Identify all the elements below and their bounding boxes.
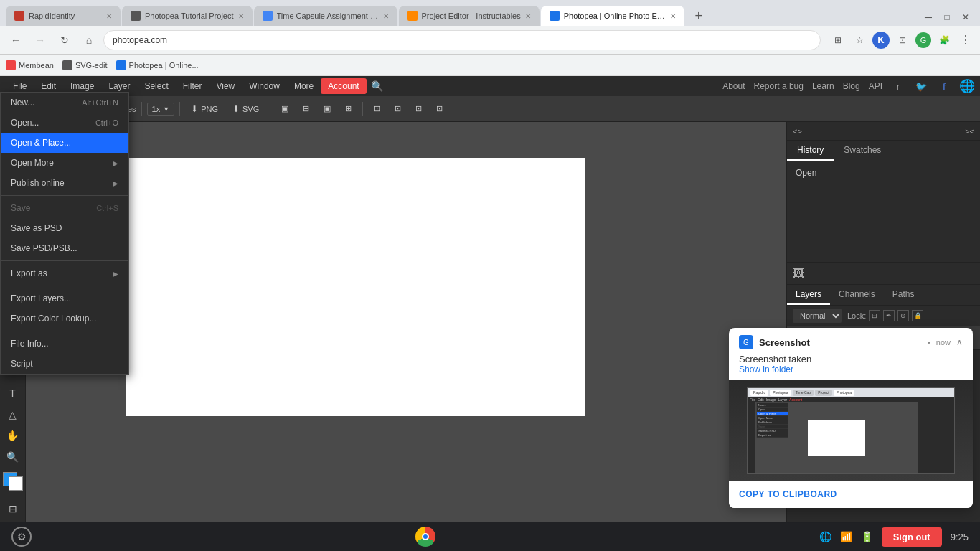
cast-icon[interactable]: ⊡: [894, 32, 911, 49]
tab-close-tutorial[interactable]: ✕: [238, 12, 244, 20]
bookmark-star-icon[interactable]: ☆: [851, 32, 868, 49]
frame-icon3[interactable]: ⊡: [410, 102, 428, 116]
nav-home[interactable]: ⌂: [79, 30, 99, 50]
menu-about[interactable]: About: [722, 81, 745, 91]
tab-close-photopea[interactable]: ✕: [670, 12, 676, 20]
align-right-icon[interactable]: ▣: [318, 102, 336, 116]
window-minimize[interactable]: ─: [920, 9, 937, 26]
menu-item-export-layers[interactable]: Export Layers...: [1, 288, 128, 309]
tool-hand[interactable]: ✋: [3, 426, 23, 445]
export-png-button[interactable]: ⬇ PNG: [185, 102, 224, 116]
menu-item-save[interactable]: Save Ctrl+S: [1, 198, 128, 218]
align-left-icon[interactable]: ▣: [275, 102, 294, 116]
search-icon[interactable]: 🔍: [371, 80, 383, 92]
collapse-left[interactable]: <>: [793, 127, 802, 136]
menu-report-bug[interactable]: Report a bug: [754, 81, 804, 91]
frame-icon2[interactable]: ⊡: [389, 102, 407, 116]
align-center-icon[interactable]: ⊟: [297, 102, 315, 116]
blend-mode-select[interactable]: Normal: [793, 309, 842, 323]
frame-icon1[interactable]: ⊡: [368, 102, 386, 116]
tab-close-editor[interactable]: ✕: [525, 12, 531, 20]
tab-channels[interactable]: Channels: [830, 285, 884, 305]
profile-icon[interactable]: G: [915, 32, 931, 48]
avatar-k-icon[interactable]: K: [872, 32, 890, 49]
nav-back[interactable]: ←: [6, 30, 26, 50]
color-swatches[interactable]: [3, 472, 23, 491]
tab-close-capsule[interactable]: ✕: [383, 12, 389, 20]
address-bar[interactable]: photopea.com: [103, 30, 821, 50]
menu-item-publish-online[interactable]: Publish online ▶: [1, 173, 128, 193]
twitter-icon[interactable]: 🐦: [914, 79, 928, 93]
menu-item-export-color[interactable]: Export Color Lookup...: [1, 309, 128, 329]
tab-photopea-active[interactable]: Photopea | Online Photo Editor ✕: [541, 6, 684, 26]
menu-item-export-as[interactable]: Export as ▶: [1, 263, 128, 283]
reddit-icon[interactable]: r: [891, 79, 905, 93]
lock-icon-2[interactable]: ✒: [883, 310, 895, 321]
canvas-area[interactable]: [26, 122, 786, 522]
distribute-icon[interactable]: ⊞: [339, 102, 357, 116]
tab-photopea-tutorial[interactable]: Photopea Tutorial Project ✕: [122, 6, 253, 26]
menu-item-save-psb[interactable]: Save PSD/PSB...: [1, 238, 128, 258]
menu-more[interactable]: More: [287, 78, 321, 94]
tab-history[interactable]: History: [787, 141, 834, 161]
copy-to-clipboard-button[interactable]: COPY TO CLIPBOARD: [729, 481, 973, 508]
tool-text[interactable]: T: [3, 384, 23, 402]
dropdown-sep-1: [1, 195, 128, 196]
new-tab-button[interactable]: +: [689, 6, 709, 26]
settings-circle-icon[interactable]: ⚙: [11, 527, 32, 547]
battery-icon[interactable]: 🔋: [861, 531, 873, 542]
language-icon[interactable]: 🌐: [960, 79, 974, 93]
history-item-open[interactable]: Open: [793, 166, 974, 180]
window-maximize[interactable]: □: [938, 9, 956, 26]
tab-paths[interactable]: Paths: [884, 285, 923, 305]
show-in-folder-link[interactable]: Show in folder: [739, 364, 963, 375]
menu-blog[interactable]: Blog: [843, 81, 860, 91]
menu-view[interactable]: View: [209, 78, 242, 94]
tool-extra[interactable]: ⊟: [3, 499, 23, 518]
tab-swatches[interactable]: Swatches: [834, 141, 891, 161]
bookmark-svgedit[interactable]: SVG-edit: [62, 60, 108, 70]
menu-item-script[interactable]: Script: [1, 354, 128, 374]
collapse-right[interactable]: ><: [965, 127, 974, 136]
menu-item-open-more[interactable]: Open More ▶: [1, 153, 128, 173]
network-icon[interactable]: 🌐: [819, 531, 831, 542]
menu-item-new[interactable]: New... Alt+Ctrl+N: [1, 93, 128, 113]
sign-out-button[interactable]: Sign out: [882, 527, 942, 547]
tab-close-rapididentity[interactable]: ✕: [106, 12, 112, 20]
menu-item-file-info[interactable]: File Info...: [1, 334, 128, 354]
image-icon[interactable]: 🖼: [793, 267, 804, 279]
wifi-icon[interactable]: 📶: [840, 531, 852, 542]
tab-time-capsule[interactable]: Time Capsule Assignment - Go... ✕: [254, 6, 397, 26]
puzzle-icon[interactable]: 🧩: [936, 32, 953, 49]
tab-project-editor[interactable]: Project Editor - Instructables ✕: [399, 6, 540, 26]
menu-window[interactable]: Window: [242, 78, 287, 94]
nav-forward[interactable]: →: [30, 30, 50, 50]
menu-account[interactable]: Account: [321, 78, 366, 94]
menu-select[interactable]: Select: [137, 78, 175, 94]
menu-dots-icon[interactable]: ⋮: [957, 32, 974, 49]
tool-zoom[interactable]: 🔍: [3, 448, 23, 466]
menu-item-open[interactable]: Open... Ctrl+O: [1, 113, 128, 133]
lock-icon-1[interactable]: ⊟: [869, 310, 880, 321]
menu-item-open-place[interactable]: Open & Place...: [1, 133, 128, 153]
lock-icon-4[interactable]: 🔒: [912, 310, 923, 321]
tab-layers[interactable]: Layers: [787, 285, 830, 305]
bookmark-membean[interactable]: Membean: [6, 60, 54, 70]
facebook-icon[interactable]: f: [937, 79, 951, 93]
bookmark-photopea[interactable]: Photopea | Online...: [116, 60, 199, 70]
menu-api[interactable]: API: [869, 81, 882, 91]
tab-rapididentity[interactable]: RapidIdentity ✕: [6, 6, 121, 26]
export-svg-button[interactable]: ⬇ SVG: [227, 102, 265, 116]
zoom-selector[interactable]: 1x ▼: [147, 103, 175, 116]
nav-refresh[interactable]: ↻: [55, 30, 75, 50]
frame-icon4[interactable]: ⊡: [430, 102, 448, 116]
menu-item-save-psd[interactable]: Save as PSD: [1, 218, 128, 238]
menu-filter[interactable]: Filter: [176, 78, 209, 94]
tool-shape[interactable]: △: [3, 405, 23, 424]
notification-expand[interactable]: ∧: [956, 337, 963, 347]
background-color[interactable]: [9, 476, 23, 491]
extensions-icon[interactable]: ⊞: [829, 32, 847, 49]
lock-icon-3[interactable]: ⊕: [897, 310, 909, 321]
window-close[interactable]: ✕: [957, 9, 974, 26]
menu-learn[interactable]: Learn: [812, 81, 834, 91]
